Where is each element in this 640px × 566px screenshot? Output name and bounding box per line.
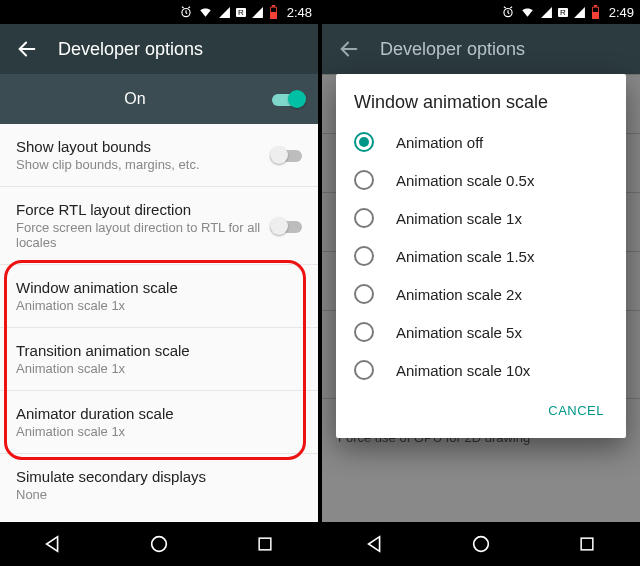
master-toggle-row[interactable]: On	[0, 74, 318, 124]
option-label: Animation scale 2x	[396, 286, 522, 303]
nav-recent-button[interactable]	[235, 522, 295, 566]
alarm-icon	[179, 5, 193, 19]
option-animation-off[interactable]: Animation off	[336, 123, 626, 161]
item-simulate-secondary-displays[interactable]: Simulate secondary displays None	[0, 453, 318, 516]
page-title: Developer options	[58, 39, 203, 60]
back-button[interactable]	[10, 32, 44, 66]
radio-icon	[354, 360, 374, 380]
radio-icon	[354, 322, 374, 342]
settings-list: Show layout bounds Show clip bounds, mar…	[0, 124, 318, 516]
item-primary: Window animation scale	[16, 279, 302, 296]
radio-icon	[354, 170, 374, 190]
dialog-title: Window animation scale	[336, 74, 626, 123]
svg-rect-2	[271, 5, 275, 7]
item-primary: Animator duration scale	[16, 405, 302, 422]
svg-point-10	[474, 537, 489, 552]
nav-back-button[interactable]	[345, 522, 405, 566]
item-secondary: Animation scale 1x	[16, 424, 302, 439]
nav-home-button[interactable]	[451, 522, 511, 566]
svg-point-4	[152, 537, 167, 552]
item-window-animation-scale[interactable]: Window animation scale Animation scale 1…	[0, 264, 318, 327]
option-label: Animation scale 5x	[396, 324, 522, 341]
nav-back-button[interactable]	[23, 522, 83, 566]
radio-icon	[354, 246, 374, 266]
signal-icon-2	[251, 6, 264, 19]
radio-icon	[354, 132, 374, 152]
option-animation-5x[interactable]: Animation scale 5x	[336, 313, 626, 351]
item-secondary: None	[16, 487, 302, 502]
item-primary: Show layout bounds	[16, 138, 302, 155]
option-animation-0-5x[interactable]: Animation scale 0.5x	[336, 161, 626, 199]
battery-icon	[269, 5, 278, 19]
nav-bar	[322, 522, 640, 566]
option-animation-2x[interactable]: Animation scale 2x	[336, 275, 626, 313]
item-show-layout-bounds[interactable]: Show layout bounds Show clip bounds, mar…	[0, 124, 318, 186]
item-transition-animation-scale[interactable]: Transition animation scale Animation sca…	[0, 327, 318, 390]
item-primary: Force RTL layout direction	[16, 201, 302, 218]
option-animation-10x[interactable]: Animation scale 10x	[336, 351, 626, 389]
status-bar: R 2:48	[0, 0, 318, 24]
option-animation-1-5x[interactable]: Animation scale 1.5x	[336, 237, 626, 275]
option-label: Animation scale 1x	[396, 210, 522, 227]
item-force-rtl[interactable]: Force RTL layout direction Force screen …	[0, 186, 318, 264]
item-switch[interactable]	[270, 145, 304, 165]
svg-rect-5	[259, 538, 271, 550]
nav-home-button[interactable]	[129, 522, 189, 566]
svg-rect-11	[581, 538, 593, 550]
item-secondary: Animation scale 1x	[16, 298, 302, 313]
clock: 2:48	[287, 5, 312, 20]
app-bar: Developer options	[0, 24, 318, 74]
nav-recent-button[interactable]	[557, 522, 617, 566]
option-label: Animation scale 10x	[396, 362, 530, 379]
network-label: R	[236, 8, 246, 17]
wifi-icon	[198, 5, 213, 19]
signal-icon	[218, 6, 231, 19]
option-label: Animation scale 1.5x	[396, 248, 534, 265]
master-toggle-switch[interactable]	[272, 89, 306, 109]
item-primary: Simulate secondary displays	[16, 468, 302, 485]
item-secondary: Animation scale 1x	[16, 361, 302, 376]
radio-icon	[354, 284, 374, 304]
item-switch[interactable]	[270, 216, 304, 236]
item-primary: Transition animation scale	[16, 342, 302, 359]
left-screenshot: R 2:48 Developer options On Show layout …	[0, 0, 318, 566]
cancel-button[interactable]: CANCEL	[540, 397, 612, 424]
master-toggle-label: On	[16, 90, 302, 108]
item-animator-duration-scale[interactable]: Animator duration scale Animation scale …	[0, 390, 318, 453]
svg-rect-3	[271, 8, 276, 12]
nav-bar	[0, 522, 318, 566]
item-secondary: Show clip bounds, margins, etc.	[16, 157, 302, 172]
option-animation-1x[interactable]: Animation scale 1x	[336, 199, 626, 237]
dialog-window-animation-scale: Window animation scale Animation off Ani…	[336, 74, 626, 438]
right-screenshot: R 2:49 Developer options FF lo WA TrA AA…	[322, 0, 640, 566]
option-label: Animation off	[396, 134, 483, 151]
option-label: Animation scale 0.5x	[396, 172, 534, 189]
radio-icon	[354, 208, 374, 228]
dialog-actions: CANCEL	[336, 389, 626, 432]
item-secondary: Force screen layout direction to RTL for…	[16, 220, 302, 250]
